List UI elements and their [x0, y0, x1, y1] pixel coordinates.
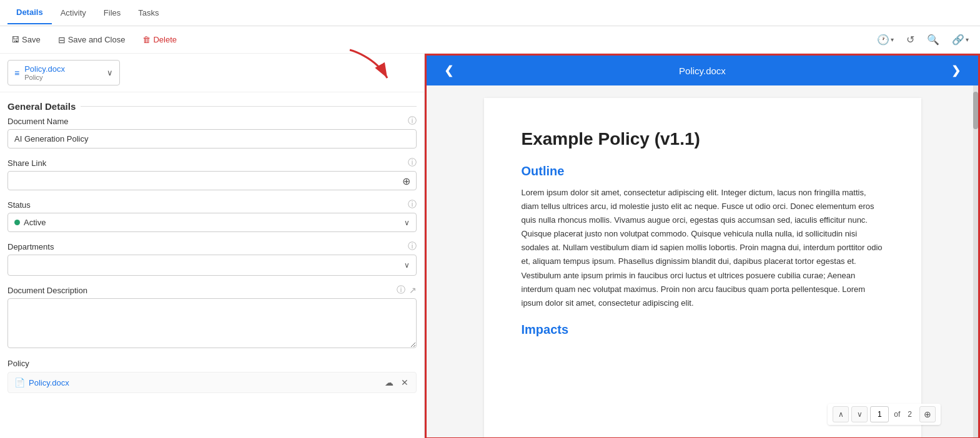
policy-file-link[interactable]: Policy.docx	[29, 378, 69, 387]
document-name-info-icon[interactable]: ⓘ	[408, 115, 417, 127]
page-down-button[interactable]: ∨	[851, 406, 868, 422]
share-link-wrap: ⊕	[7, 171, 417, 190]
save-label: Save	[22, 35, 41, 44]
zoom-button[interactable]: ⊕	[919, 406, 936, 422]
policy-section: Policy 📄 Policy.docx ☁ ✕	[0, 359, 424, 393]
share-link-field-group: Share Link ⓘ ⊕	[7, 157, 417, 190]
left-panel: ≡ Policy.docx Policy ∨ General Details D…	[0, 54, 425, 438]
main-layout: ≡ Policy.docx Policy ∨ General Details D…	[0, 54, 980, 438]
document-name-label: Document Name	[7, 117, 69, 126]
toolbar: 🖫 Save ⊟ Save and Close 🗑 Delete 🕐 ▾ ↺ 🔍…	[0, 26, 980, 54]
tab-files[interactable]: Files	[95, 2, 129, 24]
share-link-input[interactable]	[7, 171, 417, 190]
status-field-group: Status ⓘ Active ∨	[7, 199, 417, 232]
departments-chevron-icon: ∨	[404, 261, 410, 270]
document-name-field-group: Document Name ⓘ	[7, 115, 417, 148]
document-description-label-row: Document Description ⓘ ↗	[7, 285, 417, 296]
refresh-button[interactable]: ↺	[903, 31, 918, 48]
save-button[interactable]: 🖫 Save	[7, 32, 44, 47]
history-chevron: ▾	[891, 36, 894, 43]
departments-label-row: Departments ⓘ	[7, 241, 417, 252]
link-button[interactable]: 🔗 ▾	[948, 31, 973, 48]
policy-file-left: 📄 Policy.docx	[14, 377, 69, 387]
save-and-close-label: Save and Close	[68, 35, 126, 44]
form-section: Document Name ⓘ Share Link ⓘ ⊕ S	[0, 115, 424, 350]
policy-file-icon: 📄	[14, 377, 25, 387]
departments-dropdown[interactable]: ∨	[7, 255, 417, 276]
status-label: Status	[7, 200, 31, 210]
status-dropdown[interactable]: Active ∨	[7, 213, 417, 232]
document-description-icons: ⓘ ↗	[397, 285, 417, 296]
doc-outline-text: Lorem ipsum dolor sit amet, consectetur …	[522, 186, 884, 310]
status-text-label: Active	[24, 218, 46, 227]
doc-next-button[interactable]: ❯	[946, 61, 966, 80]
tab-activity[interactable]: Activity	[52, 2, 95, 24]
delete-button[interactable]: 🗑 Delete	[139, 32, 181, 47]
share-link-label-row: Share Link ⓘ	[7, 157, 417, 168]
doc-viewer-panel: ❮ Policy.docx ❯ Example Policy (v1.1) Ou…	[425, 54, 980, 438]
document-description-expand-icon[interactable]: ↗	[409, 285, 417, 295]
document-description-label: Document Description	[7, 286, 87, 295]
document-description-info-icon[interactable]: ⓘ	[397, 285, 405, 296]
doc-page-title: Example Policy (v1.1)	[522, 129, 884, 149]
departments-field-group: Departments ⓘ ∨	[7, 241, 417, 276]
doc-selector-file-icon: ≡	[14, 68, 19, 78]
doc-selector: ≡ Policy.docx Policy ∨	[0, 54, 424, 92]
status-dot-icon	[14, 220, 20, 225]
delete-label: Delete	[153, 35, 177, 44]
doc-outline-heading: Outline	[522, 164, 884, 178]
policy-file-row: 📄 Policy.docx ☁ ✕	[7, 372, 417, 393]
document-description-textarea[interactable]	[7, 298, 417, 348]
doc-selector-title: Policy.docx	[24, 64, 102, 74]
status-chevron-icon: ∨	[404, 218, 410, 227]
doc-scrollbar-thumb[interactable]	[973, 92, 978, 129]
globe-icon[interactable]: ⊕	[402, 175, 410, 187]
doc-prev-button[interactable]: ❮	[439, 61, 458, 80]
toolbar-right-actions: 🕐 ▾ ↺ 🔍 🔗 ▾	[873, 31, 973, 48]
doc-content-area: Example Policy (v1.1) Outline Lorem ipsu…	[427, 85, 978, 437]
doc-viewer-title: Policy.docx	[679, 66, 726, 76]
doc-selector-chevron-icon: ∨	[107, 68, 113, 77]
document-description-field-group: Document Description ⓘ ↗	[7, 285, 417, 350]
tab-details[interactable]: Details	[7, 1, 52, 24]
save-close-icon: ⊟	[58, 35, 66, 45]
page-total-label: 2	[905, 410, 914, 419]
doc-selector-box[interactable]: ≡ Policy.docx Policy ∨	[7, 60, 120, 85]
doc-impacts-heading: Impacts	[522, 323, 884, 337]
top-tabs: Details Activity Files Tasks	[0, 0, 980, 26]
page-up-button[interactable]: ∧	[833, 406, 849, 422]
general-details-section-title: General Details	[0, 92, 424, 115]
departments-info-icon[interactable]: ⓘ	[408, 241, 417, 252]
doc-selector-text: Policy.docx Policy	[24, 64, 102, 81]
page-number-input[interactable]	[870, 406, 889, 422]
search-button[interactable]: 🔍	[923, 31, 943, 48]
delete-icon: 🗑	[142, 35, 151, 44]
policy-upload-icon[interactable]: ☁	[384, 376, 395, 389]
share-link-label: Share Link	[7, 158, 46, 168]
page-of-label: of	[891, 410, 903, 419]
status-label-row: Status ⓘ	[7, 199, 417, 210]
search-icon: 🔍	[927, 34, 939, 46]
departments-label: Departments	[7, 242, 54, 251]
save-and-close-button[interactable]: ⊟ Save and Close	[54, 32, 129, 47]
doc-pagination: ∧ ∨ of 2 ⊕	[828, 404, 941, 425]
policy-remove-icon[interactable]: ✕	[400, 376, 410, 389]
status-value: Active	[14, 218, 46, 227]
history-button[interactable]: 🕐 ▾	[873, 31, 898, 48]
refresh-icon: ↺	[906, 34, 914, 46]
status-info-icon[interactable]: ⓘ	[408, 199, 417, 210]
tab-tasks[interactable]: Tasks	[129, 2, 167, 24]
share-link-info-icon[interactable]: ⓘ	[408, 157, 417, 168]
document-name-input[interactable]	[7, 129, 417, 148]
doc-viewer-header: ❮ Policy.docx ❯	[427, 56, 978, 85]
link-icon: 🔗	[952, 34, 964, 46]
doc-scrollbar[interactable]	[973, 85, 978, 437]
doc-page: Example Policy (v1.1) Outline Lorem ipsu…	[484, 98, 921, 437]
document-name-label-row: Document Name ⓘ	[7, 115, 417, 127]
doc-selector-subtitle: Policy	[24, 74, 102, 81]
history-icon: 🕐	[877, 34, 889, 46]
policy-header: Policy	[7, 359, 417, 368]
policy-label: Policy	[7, 359, 29, 368]
policy-file-actions: ☁ ✕	[384, 376, 410, 389]
link-chevron: ▾	[966, 36, 969, 43]
